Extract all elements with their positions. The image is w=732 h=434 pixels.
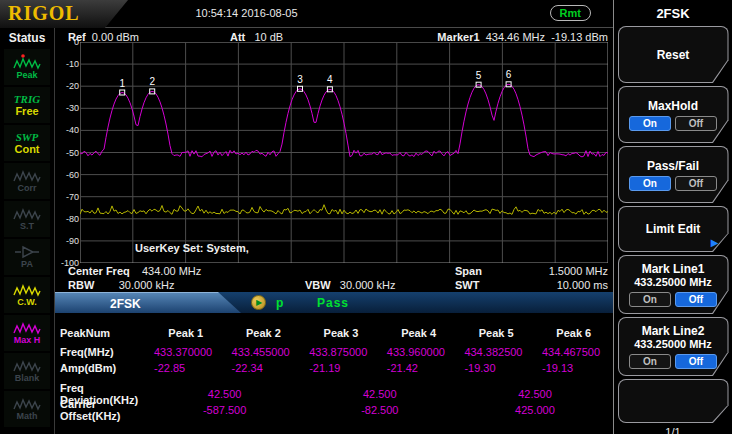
peak-pair-value: -587.500 [147,404,302,416]
swt-readout: SWT 10.000 ms [455,279,608,291]
center-freq-readout: Center Freq 434.00 MHz [68,265,201,277]
menu-page-indicator: 1/1 [665,426,680,434]
span-readout: Span 1.5000 MHz [455,265,608,277]
peak-value: 434.382500 [457,346,535,358]
pass-status: Pass [317,296,349,310]
rbw-value: 30.000 kHz [119,279,175,291]
clock: 10:54:14 2016-08-05 [0,7,493,19]
spectrum-analyzer-screen: RIGOL 10:54:14 2016-08-05 Rmt Status Pea… [0,0,732,434]
mark-line2-off-button[interactable]: Off [675,354,717,369]
y-tick-label: -80 [56,214,79,224]
spectrum-plot-svg: 123456 [80,42,608,263]
peak-value: -19.30 [457,362,535,374]
spectrum-plot: 123456 0-10-20-30-40-50-60-70-80-90-100 … [80,42,608,263]
waveform-icon [13,397,41,411]
peak-value: -21.19 [302,362,380,374]
peak-value: 433.370000 [147,346,225,358]
softkey-maxhold[interactable]: MaxHoldOnOff [618,86,729,143]
passfail-on-button[interactable]: On [629,176,671,191]
play-icon[interactable]: ▶ [251,295,266,310]
row-label: Carrier Offset(KHz) [55,398,147,422]
peak-value: 433.455000 [225,346,303,358]
waveform-icon [13,283,41,297]
mark-line1-off-button[interactable]: Off [675,292,717,307]
peak-table-corner-header: PeakNum [55,327,147,339]
status-st: S.T [4,201,50,237]
status-swp: SWP Cont [4,125,50,161]
display-area: Ref 0.00 dBm Att 10 dB Marker1 434.46 MH… [55,28,613,434]
status-cw: C.W. [4,277,50,313]
span-label: Span [455,265,482,277]
remote-mode-badge: Rmt [550,5,591,21]
status-peak: Peak [4,49,50,85]
status-pa: PA [4,239,50,275]
softkey-reset[interactable]: Reset [618,26,729,83]
peak-pair-value: 425.000 [457,404,612,416]
softkey-menu: 2FSK ResetMaxHoldOnOffPass/FailOnOffLimi… [613,0,732,434]
peak-column-header: Peak 4 [380,327,458,339]
status-item-list: PeakTRIG FreeSWP Cont Corr S.T PA C.W. M… [4,49,50,429]
waveform-icon [13,359,41,373]
softkey-passfail[interactable]: Pass/FailOnOff [618,146,729,203]
pass-flag-letter: p [276,296,283,310]
status-panel: Status PeakTRIG FreeSWP Cont Corr S.T PA… [0,28,55,434]
softkey-limit-edit[interactable]: Limit Edit▶ [618,206,729,252]
measurement-tab-label: 2FSK [110,297,141,311]
peak-value: -19.13 [535,362,613,374]
peak-marker-number: 2 [149,76,155,87]
softkey-blank-key [618,379,729,423]
menu-title: 2FSK [656,6,689,21]
amplifier-icon [13,245,41,259]
y-tick-label: -40 [56,125,79,135]
softkey-value: 433.25000 MHz [634,276,712,289]
rbw-readout: RBW 30.000 kHz [68,279,174,291]
peak-value: 434.467500 [535,346,613,358]
y-tick-label: 0 [56,37,79,47]
peak-value: -22.85 [147,362,225,374]
span-value: 1.5000 MHz [549,265,608,277]
peak-marker-number: 3 [297,74,303,85]
vbw-label: VBW [305,279,331,291]
y-tick-label: -30 [56,103,79,113]
y-tick-label: -70 [56,192,79,202]
mark-line1-on-button[interactable]: On [629,292,671,307]
peak-column-header: Peak 3 [302,327,380,339]
peak-marker-number: 4 [327,74,333,85]
peak-pair-value: 42.500 [147,388,302,400]
maxhold-on-button[interactable]: On [629,116,671,131]
row-label: Amp(dBm) [55,362,147,374]
measurement-tab: 2FSK [55,292,241,313]
passfail-off-button[interactable]: Off [675,176,717,191]
mark-line2-on-button[interactable]: On [629,354,671,369]
userkey-message: UserKey Set: System, [135,242,249,254]
peak-column-header: Peak 5 [457,327,535,339]
swt-label: SWT [455,279,479,291]
waveform-icon [13,207,41,221]
submenu-arrow-icon: ▶ [711,237,719,248]
softkey-mark-line1[interactable]: Mark Line1433.25000 MHzOnOff [618,255,729,314]
waveform-icon [13,56,41,70]
waveform-icon [13,321,41,335]
top-bar: RIGOL 10:54:14 2016-08-05 Rmt [0,0,613,28]
measurement-result-bar: 2FSK ▶ p Pass [55,292,613,313]
y-tick-label: -50 [56,148,79,158]
maxhold-off-button[interactable]: Off [675,116,717,131]
y-tick-label: -60 [56,170,79,180]
peak-pair-value: 42.500 [457,388,612,400]
peak-value: -21.42 [380,362,458,374]
peak-value: -22.34 [225,362,303,374]
status-panel-title: Status [9,31,46,45]
rbw-label: RBW [68,279,94,291]
peak-value: 433.960000 [380,346,458,358]
peak-column-header: Peak 2 [225,327,303,339]
y-tick-label: -20 [56,81,79,91]
waveform-icon [13,169,41,183]
center-freq-value: 434.00 MHz [142,265,201,277]
peak-value: 433.875000 [302,346,380,358]
row-label: Freq(MHz) [55,346,147,358]
status-math: Math [4,391,50,427]
y-tick-label: -10 [56,59,79,69]
vbw-value: 30.000 kHz [340,279,396,291]
softkey-mark-line2[interactable]: Mark Line2433.25000 MHzOnOff [618,317,729,376]
status-blank: Blank [4,353,50,389]
